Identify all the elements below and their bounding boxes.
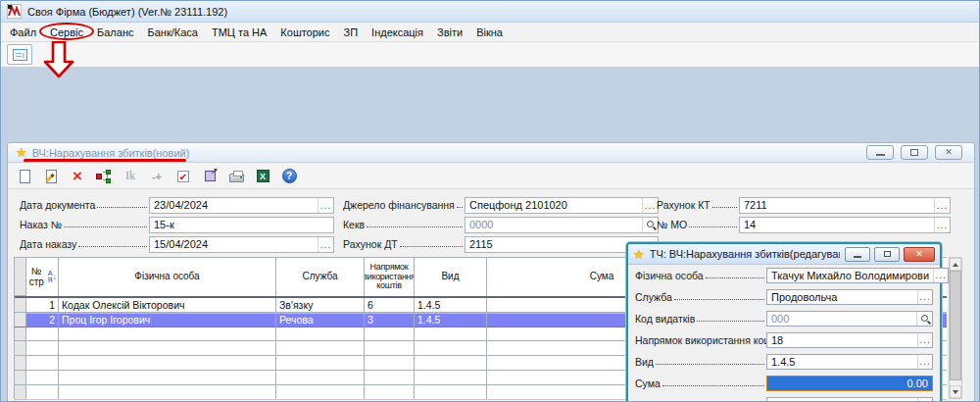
menu-item-estimate[interactable]: Кошторис: [273, 23, 336, 41]
renumber-icon: -+: [152, 171, 162, 182]
column-header-num[interactable]: № стр АЯ↓: [26, 258, 59, 296]
doc-toolbar: × Ik -+ ✔ ↗ X ?: [8, 164, 974, 189]
field-order-number[interactable]: Наказ № 15-к: [20, 216, 334, 233]
mo-number-picker-button[interactable]: ...: [934, 218, 950, 232]
star-icon: ★: [633, 248, 645, 261]
column-header-kind[interactable]: Вид: [415, 258, 487, 296]
kind-picker-button[interactable]: ...: [917, 355, 932, 369]
export-excel-button[interactable]: X: [252, 166, 273, 187]
dialog-maximize-button[interactable]: [874, 247, 900, 262]
panel-icon: [13, 49, 27, 61]
field-doc-date[interactable]: Дата документа 23/04/2024...: [20, 196, 334, 214]
application-window: Своя Фірма (Бюджет) (Ver.№ 23111.192) Фа…: [0, 0, 980, 402]
sum-value[interactable]: 0.00: [767, 377, 932, 389]
dialog-field-sum[interactable]: Сума 0.00: [628, 373, 940, 394]
dialog-minimize-button[interactable]: [845, 247, 870, 262]
form-panel-button[interactable]: [7, 44, 32, 65]
account-kt-picker-button[interactable]: ...: [934, 198, 950, 213]
row-selector[interactable]: [15, 298, 26, 313]
menu-bar: Файл Сервіс Баланс Банк/Каса ТМЦ та НА К…: [1, 23, 979, 42]
doc-window-title: ВЧ:Нарахування збитків(новий): [32, 147, 190, 159]
menu-item-tmc[interactable]: ТМЦ та НА: [205, 23, 273, 41]
excel-icon: X: [257, 170, 270, 182]
kekv-value[interactable]: 0000: [466, 219, 642, 230]
formula-picker-button[interactable]: ...: [917, 398, 932, 402]
copy-button[interactable]: ↗: [199, 166, 220, 187]
person-value[interactable]: Ткачук Михайло Володимирови: [767, 270, 933, 281]
checkmark-icon: ✔: [177, 171, 189, 182]
field-order-date[interactable]: Дата наказу 15/04/2024...: [20, 235, 334, 253]
window-titlebar: Своя Фірма (Бюджет) (Ver.№ 23111.192): [1, 1, 979, 23]
column-header-person[interactable]: Фізична особа: [59, 258, 276, 296]
order-date-value[interactable]: 15/04/2024: [150, 238, 318, 250]
printer-icon: [229, 174, 244, 182]
kekv-label: Кекв: [343, 219, 365, 230]
copy-icon: ↗: [205, 171, 216, 181]
menu-item-windows[interactable]: Вікна: [469, 23, 510, 41]
menu-item-file[interactable]: Файл: [3, 23, 43, 41]
insert-button[interactable]: Ik: [120, 166, 141, 187]
new-document-button[interactable]: [14, 166, 35, 187]
row-selector[interactable]: [15, 313, 26, 327]
direction-picker-button[interactable]: ...: [917, 333, 932, 347]
mdi-area: ★ ВЧ:Нарахування збитків(новий) ✕ × Ik -: [1, 68, 979, 402]
funding-source-picker-button[interactable]: ...: [642, 198, 658, 213]
doc-window-titlebar: ★ ВЧ:Нарахування збитків(новий) ✕: [8, 143, 974, 163]
order-number-value[interactable]: 15-к: [150, 219, 333, 230]
kind-value[interactable]: 1.4.5: [767, 356, 917, 368]
order-date-picker-button[interactable]: ...: [318, 237, 333, 252]
field-account-dt[interactable]: Рахунок ДТ 2115: [343, 235, 659, 253]
main-toolbar: [1, 42, 979, 68]
field-funding-source[interactable]: Джерело фінансування Спецфонд 2101020...: [343, 196, 659, 214]
direction-value[interactable]: 18: [767, 334, 917, 346]
new-document-icon: [20, 170, 30, 183]
menu-item-indexation[interactable]: Індексація: [365, 23, 430, 41]
scroll-up-button[interactable]: [950, 258, 961, 271]
account-kt-value[interactable]: 7211: [740, 199, 934, 211]
dialog-titlebar: ★ ТЧ: ВЧ:Нарахування збитків(редагування…: [628, 244, 940, 265]
search-icon[interactable]: [642, 218, 658, 232]
structure-button[interactable]: [93, 166, 115, 187]
dialog-field-expense-code[interactable]: Код видатків 000: [628, 308, 940, 329]
dialog-field-formula[interactable]: ~ 000+3...: [628, 394, 940, 402]
vertical-scrollbar[interactable]: [949, 257, 962, 399]
vertical-scrollbar-thumb[interactable]: [950, 271, 961, 380]
edit-dialog: ★ ТЧ: ВЧ:Нарахування збитків(редагування…: [626, 242, 942, 402]
help-button[interactable]: ?: [278, 166, 300, 187]
search-icon[interactable]: [916, 312, 932, 326]
service-picker-button[interactable]: ...: [917, 290, 932, 304]
dialog-field-service[interactable]: Служба Продовольча...: [628, 286, 940, 308]
menu-item-service[interactable]: Сервіс: [43, 23, 90, 41]
column-header-service[interactable]: Служба: [276, 258, 365, 296]
minimize-button[interactable]: [866, 145, 894, 160]
delete-button[interactable]: ×: [67, 166, 88, 187]
person-picker-button[interactable]: ...: [933, 269, 948, 282]
doc-date-value[interactable]: 23/04/2024: [150, 199, 318, 211]
column-header-direction[interactable]: Напрямок використання коштів: [365, 258, 415, 296]
dialog-field-kind[interactable]: Вид 1.4.5...: [628, 351, 940, 373]
dialog-field-person[interactable]: Фізична особа Ткачук Михайло Володимиров…: [628, 265, 940, 286]
dialog-field-direction[interactable]: Напрямок використання кошт 18...: [628, 329, 940, 351]
service-value[interactable]: Продовольча: [767, 291, 917, 303]
print-button[interactable]: [225, 166, 247, 187]
menu-item-zp[interactable]: ЗП: [337, 23, 366, 41]
field-mo-number[interactable]: № МО 14...: [657, 216, 951, 233]
menu-item-service-label: Сервіс: [50, 26, 83, 38]
close-button[interactable]: ✕: [935, 145, 962, 160]
dialog-close-button[interactable]: ✕: [904, 247, 935, 262]
maximize-button[interactable]: [901, 145, 928, 160]
menu-item-balance[interactable]: Баланс: [90, 23, 140, 41]
confirm-button[interactable]: ✔: [172, 166, 194, 187]
expense-code-value[interactable]: 000: [767, 313, 916, 325]
mo-number-value[interactable]: 14: [740, 219, 934, 230]
renumber-button[interactable]: -+: [146, 166, 168, 187]
doc-date-picker-button[interactable]: ...: [318, 198, 333, 213]
funding-source-value[interactable]: Спецфонд 2101020: [466, 199, 642, 211]
field-kekv[interactable]: Кекв 0000: [343, 216, 659, 233]
field-account-kt[interactable]: Рахунок КТ 7211...: [657, 196, 951, 214]
edit-icon: [46, 170, 57, 183]
edit-document-button[interactable]: [40, 166, 62, 187]
menu-item-bank-cash[interactable]: Банк/Каса: [140, 23, 204, 41]
scroll-down-button[interactable]: [950, 385, 961, 398]
menu-item-reports[interactable]: Звіти: [430, 23, 469, 41]
